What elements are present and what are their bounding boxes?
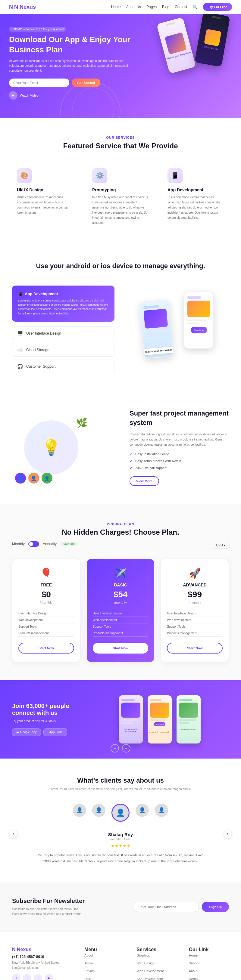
testimonials-subtitle: Lorem ipsum dolor sit amet, consectetur … — [12, 787, 229, 792]
footer-brand-col: N Nexus (+1) 123-4567-8910 New York 6th … — [12, 947, 72, 980]
try-free-button[interactable]: Try For Free — [203, 3, 232, 11]
hero-phone-1: choose your destination — [156, 17, 196, 74]
app-store-button[interactable]: App Store — [43, 729, 67, 736]
footer-menu-title: Menu — [85, 947, 124, 952]
free-plan-cta-button[interactable]: Start Now — [18, 643, 74, 654]
pricing-section: PRICING PLAN No Hidden Charges! Choose P… — [0, 504, 241, 680]
newsletter-signup-button[interactable]: Sign Up — [202, 902, 229, 912]
footer-svc-graphics: Graphics — [136, 952, 177, 958]
free-plan-price: $0 — [18, 590, 74, 599]
avatar-item-2[interactable]: 👤 — [92, 804, 105, 823]
nav-blog[interactable]: Blog — [162, 5, 169, 9]
services-label: OUR SERVICES — [12, 136, 229, 139]
uiux-description: Risus commodo viverra maecenas accumsan … — [17, 195, 73, 215]
hero-cta-button[interactable]: Get Started — [72, 78, 100, 87]
linkedin-icon[interactable]: in — [34, 974, 42, 980]
project-grid: 💡 🌿 👤 👤 👤 Super fast project management … — [12, 409, 229, 486]
avatar-item-active[interactable]: 👤 — [112, 804, 129, 823]
testimonial-text: Contrary to popular belief. This is not … — [36, 853, 205, 864]
carousel-next-button[interactable]: → — [122, 744, 131, 752]
feature-item-user-interface[interactable]: 🖥️ User Interface Design — [12, 326, 115, 340]
nav-contact[interactable]: Contact — [175, 5, 187, 9]
prototyping-icon: ⚙️ — [92, 168, 107, 183]
newsletter-form: Sign Up — [94, 902, 229, 912]
feature-card-app-development: 📱 App Development Lorem ipsum dolor sit … — [12, 286, 115, 322]
view-more-button[interactable]: View More — [129, 476, 159, 486]
customer-support-label: Customer Support — [26, 364, 56, 369]
footer: N Nexus (+1) 123-4567-8910 New York 6th … — [0, 932, 241, 980]
advanced-plan-name: ADVANCED — [167, 582, 223, 587]
appdev-description: Risus commodo viverra maecenas accumsan … — [168, 195, 224, 220]
hero-phone-2: enjoy your trip — [195, 14, 230, 67]
nav-about[interactable]: About Us — [126, 5, 141, 9]
manage-right-panel: choose your destination Book Now — [126, 283, 229, 379]
cloud-storage-label: Cloud Storage — [26, 348, 49, 352]
person-3-icon: 👤 — [41, 473, 53, 484]
pricing-label: PRICING PLAN — [12, 522, 229, 526]
hero-update-badge: UPDATE — Version 2.1.3 fast just release… — [9, 27, 66, 32]
avatar-1: 👤 — [73, 804, 86, 817]
currency-selector[interactable]: USD ▾ — [213, 542, 229, 549]
hero-description: At vero eos et accusamus et iusto odio d… — [9, 59, 132, 73]
advanced-plan-cta-button[interactable]: Start Now — [167, 643, 223, 654]
reviewer-stars: ★★★★★ — [36, 843, 205, 848]
footer-ol-support: Support — [189, 960, 229, 966]
cta-title: Join 63,000+ people connect with us — [12, 703, 78, 716]
free-plan-name: FREE — [18, 582, 74, 587]
testimonial-prev-button[interactable]: ‹ — [9, 830, 18, 838]
carousel-prev-button[interactable]: ← — [110, 744, 119, 752]
avatar-4: 👤 — [136, 804, 149, 817]
hero-watch-video[interactable]: ▶ Watch Video — [9, 91, 132, 100]
newsletter-email-input[interactable] — [132, 902, 199, 912]
hero-email-input[interactable] — [9, 78, 69, 87]
service-card-uiux: 🎨 UI/UX Design Risus commodo viverra mae… — [12, 162, 78, 231]
hero-title: Download Our App & Enjoy Your Business P… — [9, 35, 132, 55]
pricing-title: No Hidden Charges! Choose Plan. — [12, 528, 229, 536]
service-card-prototyping: ⚙️ Prototyping In a free busy when our p… — [87, 162, 154, 231]
advanced-plan-period: /monthly — [167, 601, 223, 604]
testimonial-next-button[interactable]: › — [223, 830, 232, 838]
basic-plan-cta-button[interactable]: Start Now — [93, 643, 148, 654]
decoration-icon: 🌿 — [76, 417, 87, 428]
avatar-item-4[interactable]: 👤 — [136, 804, 149, 823]
feature-item-customer-support[interactable]: 🎧 Customer Support — [12, 360, 115, 373]
footer-link-about: About — [85, 952, 124, 958]
feature-item-cloud-storage[interactable]: ☁️ Cloud Storage — [12, 343, 115, 356]
car-icon-placeholder — [204, 29, 222, 46]
manage-left-panel: 📱 App Development Lorem ipsum dolor sit … — [12, 286, 115, 376]
illustration-circle: 💡 — [24, 420, 78, 474]
prototyping-description: In a free busy when our panel of choice … — [92, 195, 149, 225]
avatar-item-1[interactable]: 👤 — [73, 804, 86, 823]
footer-services-title: Services — [136, 947, 177, 952]
service-card-appdev: 📱 App Development Risus commodo viverra … — [163, 162, 229, 231]
footer-grid: N Nexus (+1) 123-4567-8910 New York 6th … — [12, 947, 229, 980]
cta-text-content: Join 63,000+ people connect with us Try … — [12, 703, 78, 736]
logo-text: N Nexus — [14, 4, 36, 10]
facebook-icon[interactable]: f — [12, 974, 21, 980]
nav-pages[interactable]: Pages — [147, 5, 156, 9]
carousel-arrows: ← → — [110, 744, 131, 752]
advanced-plan-icon: 🚀 — [167, 568, 223, 579]
project-description: Consectetur adipiscing elit, sed do eius… — [129, 432, 229, 447]
free-feature-1: User Interface Design — [18, 610, 74, 617]
watch-label: Watch Video — [20, 94, 38, 97]
play-icon[interactable]: ▶ — [9, 91, 18, 100]
footer-menu-col: Menu About Terms Privacy Help — [85, 947, 124, 980]
google-play-button[interactable]: ▶ Google Play — [12, 729, 41, 736]
logo-n-icon: N — [9, 4, 13, 10]
pricing-toggle-switch[interactable] — [28, 541, 39, 547]
footer-svc-webdesign: Web Design — [136, 960, 177, 966]
search-icon[interactable]: 🔍 — [193, 5, 198, 10]
avatar-item-5[interactable]: 👤 — [155, 804, 168, 823]
footer-address: New York 6th Library, United States info… — [12, 960, 72, 970]
services-section: OUR SERVICES Featured Service that We Pr… — [0, 118, 241, 250]
free-plan-features: User Interface Design Web development Su… — [18, 610, 74, 637]
advanced-feature-2: Web development — [167, 617, 223, 624]
newsletter-description: Subscribe to our newsletter so we can te… — [12, 907, 85, 916]
nav-home[interactable]: Home — [111, 5, 121, 9]
person-2-icon: 👤 — [28, 473, 39, 484]
carousel-phone-3: enjoy your trip — [177, 695, 201, 743]
youtube-icon[interactable]: ▶ — [45, 974, 53, 980]
advanced-feature-3: Support Tools — [167, 624, 223, 630]
twitter-icon[interactable]: t — [23, 974, 31, 980]
